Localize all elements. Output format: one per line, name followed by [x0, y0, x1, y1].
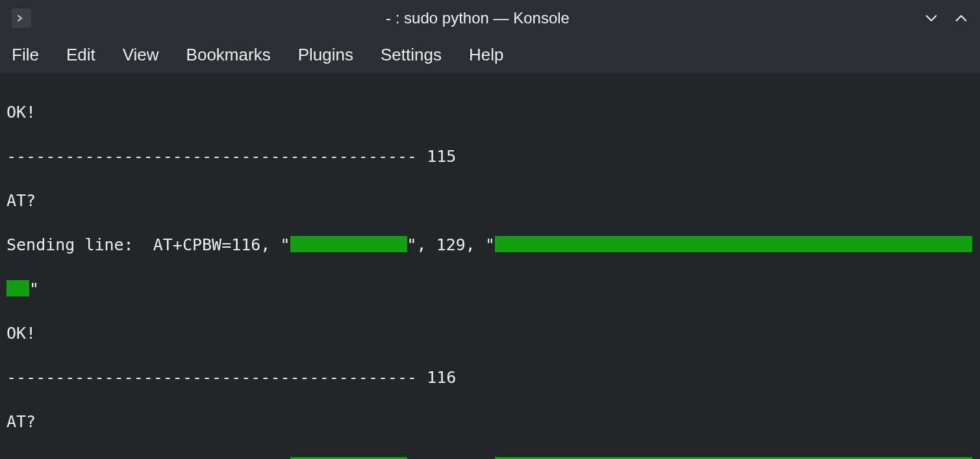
terminal-output[interactable]: OK! ------------------------------------… [0, 73, 980, 459]
menu-settings[interactable]: Settings [381, 45, 442, 65]
output-line: AT? [6, 190, 974, 212]
menu-bookmarks[interactable]: Bookmarks [186, 45, 271, 65]
redacted-block [290, 236, 407, 252]
output-line: OK! [6, 322, 974, 345]
output-line: OK! [6, 101, 974, 124]
menu-view[interactable]: View [123, 45, 159, 65]
terminal-icon [12, 8, 31, 28]
output-line: Sending line: AT+CPBW=117, "", 129, " [6, 455, 974, 459]
menu-edit[interactable]: Edit [66, 45, 95, 65]
menu-help[interactable]: Help [469, 45, 503, 65]
chevron-down-icon[interactable] [924, 11, 938, 25]
menubar: File Edit View Bookmarks Plugins Setting… [0, 36, 980, 73]
output-segment: Sending line: AT+CPBW=116, " [6, 235, 290, 254]
menu-file[interactable]: File [12, 45, 39, 65]
redacted-block [6, 280, 29, 296]
output-line: AT? [6, 411, 974, 433]
window-title: - : sudo python — Konsole [386, 9, 570, 27]
output-line: ----------------------------------------… [6, 146, 974, 168]
output-line: " [6, 278, 974, 300]
output-segment: ", 129, " [407, 235, 495, 254]
output-line: ----------------------------------------… [6, 367, 974, 389]
output-segment: " [29, 280, 39, 298]
menu-plugins[interactable]: Plugins [298, 45, 353, 65]
titlebar: - : sudo python — Konsole [0, 0, 980, 36]
output-line: Sending line: AT+CPBW=116, "", 129, " [6, 234, 974, 256]
output-segment: Sending line: AT+CPBW=117, " [6, 456, 290, 459]
output-segment: ", 129, " [407, 456, 495, 459]
chevron-up-icon[interactable] [954, 11, 968, 25]
redacted-block [495, 236, 972, 252]
